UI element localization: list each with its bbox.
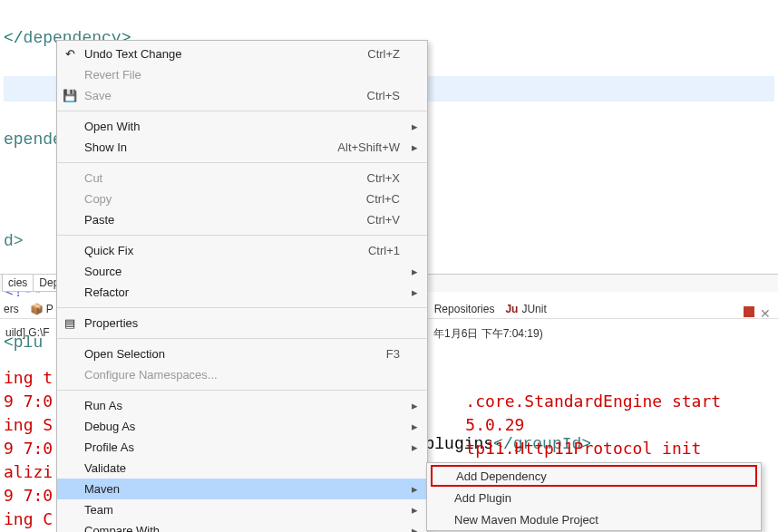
menu-compare-with[interactable]: Compare With▸ (57, 520, 427, 532)
menu-refactor[interactable]: Refactor▸ (57, 282, 427, 303)
menu-configure-namespaces[interactable]: Configure Namespaces... (57, 364, 427, 385)
menu-maven[interactable]: Maven▸ (57, 479, 427, 499)
view-item[interactable]: 📦P (30, 303, 53, 315)
terminate-icon[interactable] (744, 306, 754, 317)
tag-open: </ (4, 29, 24, 47)
menu-source[interactable]: Source▸ (57, 261, 427, 282)
menu-debug-as[interactable]: Debug As▸ (57, 416, 427, 437)
package-icon: 📦 (30, 303, 43, 315)
console-title-right: 年1月6日 下午7:04:19) (433, 326, 543, 342)
view-item[interactable]: ers (4, 303, 19, 315)
menu-team[interactable]: Team▸ (57, 499, 427, 520)
menu-paste[interactable]: PasteCtrl+V (57, 209, 427, 230)
menu-open-selection[interactable]: Open SelectionF3 (57, 343, 427, 364)
code-frag: d> (4, 232, 24, 250)
menu-undo[interactable]: ↶ Undo Text ChangeCtrl+Z (57, 44, 427, 64)
console-title-left: uild] G:\F (5, 326, 50, 339)
menu-cut[interactable]: CutCtrl+X (57, 168, 427, 189)
undo-icon: ↶ (63, 47, 77, 62)
menu-save[interactable]: 💾 SaveCtrl+S (57, 85, 427, 106)
menu-revert-file[interactable]: Revert File (57, 64, 427, 85)
menu-profile-as[interactable]: Profile As▸ (57, 437, 427, 458)
view-maven-repos[interactable]: 🗂Repositories (418, 303, 495, 315)
save-icon: 💾 (63, 89, 77, 103)
view-junit[interactable]: JuJUnit (505, 303, 546, 315)
menu-open-with[interactable]: Open With▸ (57, 116, 427, 137)
close-icon[interactable]: ✕ (760, 306, 771, 321)
maven-submenu: Add Dependency Add Plugin New Maven Modu… (426, 462, 762, 531)
context-menu: ↶ Undo Text ChangeCtrl+Z Revert File 💾 S… (56, 40, 428, 532)
menu-copy[interactable]: CopyCtrl+C (57, 189, 427, 209)
menu-properties[interactable]: ▤ Properties (57, 313, 427, 334)
junit-icon: Ju (505, 303, 518, 315)
submenu-new-maven-module[interactable]: New Maven Module Project (427, 508, 761, 530)
properties-icon: ▤ (63, 316, 77, 331)
tab-fragment[interactable]: cies (2, 275, 34, 292)
submenu-add-plugin[interactable]: Add Plugin (427, 487, 761, 508)
submenu-add-dependency[interactable]: Add Dependency (431, 465, 757, 487)
menu-quick-fix[interactable]: Quick FixCtrl+1 (57, 240, 427, 261)
menu-validate[interactable]: Validate (57, 458, 427, 479)
console-toolbar: ✕ (744, 306, 771, 321)
menu-show-in[interactable]: Show InAlt+Shift+W▸ (57, 137, 427, 158)
menu-run-as[interactable]: Run As▸ (57, 395, 427, 416)
